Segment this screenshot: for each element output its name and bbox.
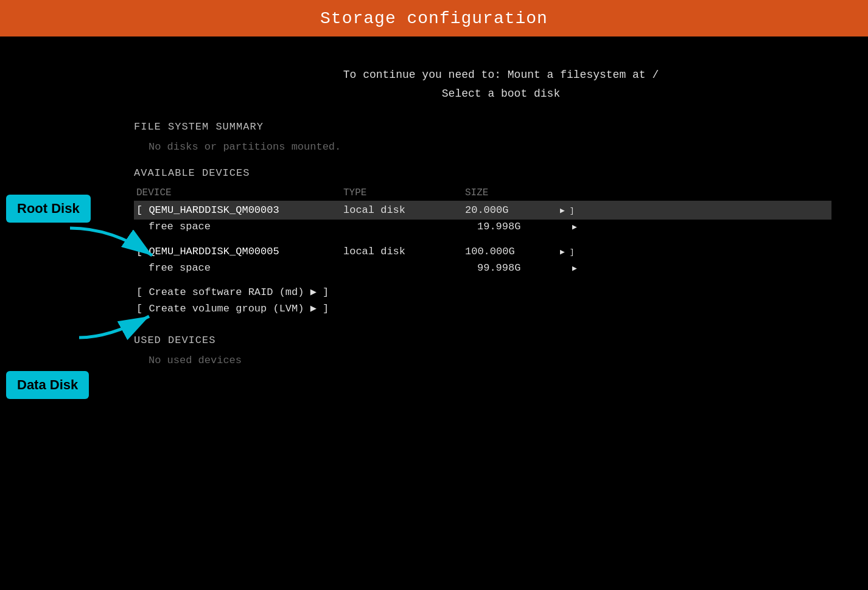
used-devices-header: USED DEVICES bbox=[134, 335, 831, 346]
create-raid-action[interactable]: [ Create software RAID (md) ▶ ] bbox=[134, 283, 831, 300]
device-2-free-space: free space 99.998G ▶ bbox=[134, 261, 831, 275]
device-1-arrow: ▶ ] bbox=[560, 206, 574, 215]
file-system-header: FILE SYSTEM SUMMARY bbox=[134, 121, 831, 133]
device-2-free-label: free space bbox=[149, 262, 355, 274]
available-devices-section: AVAILABLE DEVICES DEVICE TYPE SIZE [ QEM… bbox=[134, 167, 831, 316]
data-disk-badge: Data Disk bbox=[6, 371, 89, 399]
file-system-section: FILE SYSTEM SUMMARY No disks or partitio… bbox=[134, 121, 831, 153]
device-2-size: 100.000G bbox=[465, 246, 556, 257]
device-row-2[interactable]: [ QEMU_HARDDISK_QM00005 local disk 100.0… bbox=[134, 242, 831, 261]
device-1-size: 20.000G bbox=[465, 204, 556, 216]
device-1-type: local disk bbox=[343, 204, 465, 216]
table-header: DEVICE TYPE SIZE bbox=[134, 187, 831, 198]
page-title: Storage configuration bbox=[320, 9, 548, 28]
used-devices-section: USED DEVICES No used devices bbox=[134, 335, 831, 366]
root-disk-arrow bbox=[64, 222, 161, 271]
instruction-line1: To continue you need to: Mount a filesys… bbox=[170, 66, 831, 85]
instruction-block: To continue you need to: Mount a filesys… bbox=[170, 66, 831, 103]
device-1-free-size: 19.998G bbox=[477, 221, 569, 232]
data-disk-arrow bbox=[73, 307, 158, 344]
available-devices-header: AVAILABLE DEVICES bbox=[134, 167, 831, 179]
main-content: To continue you need to: Mount a filesys… bbox=[0, 36, 868, 399]
col-header-size: SIZE bbox=[465, 187, 556, 198]
title-bar: Storage configuration bbox=[0, 0, 868, 36]
col-header-device: DEVICE bbox=[136, 187, 343, 198]
used-devices-empty: No used devices bbox=[149, 355, 831, 366]
create-lvm-label: [ Create volume group (LVM) ▶ ] bbox=[136, 302, 329, 314]
device-1-free-arrow: ▶ bbox=[572, 222, 577, 232]
file-system-empty: No disks or partitions mounted. bbox=[149, 141, 831, 153]
device-2-free-size: 99.998G bbox=[477, 262, 569, 274]
instruction-line2: Select a boot disk bbox=[170, 85, 831, 103]
device-2-type: local disk bbox=[343, 246, 465, 257]
device-2-arrow: ▶ ] bbox=[560, 247, 574, 257]
device-1-name: [ QEMU_HARDDISK_QM00003 bbox=[136, 204, 343, 216]
device-1-free-label: free space bbox=[149, 221, 355, 232]
create-lvm-action[interactable]: [ Create volume group (LVM) ▶ ] bbox=[134, 300, 831, 316]
col-header-type: TYPE bbox=[343, 187, 465, 198]
root-disk-badge: Root Disk bbox=[6, 195, 91, 223]
device-2-name: [ QEMU_HARDDISK_QM00005 bbox=[136, 246, 343, 257]
device-row-1[interactable]: [ QEMU_HARDDISK_QM00003 local disk 20.00… bbox=[134, 201, 831, 220]
device-1-free-space: free space 19.998G ▶ bbox=[134, 220, 831, 234]
device-2-free-arrow: ▶ bbox=[572, 263, 577, 273]
create-raid-label: [ Create software RAID (md) ▶ ] bbox=[136, 285, 329, 298]
